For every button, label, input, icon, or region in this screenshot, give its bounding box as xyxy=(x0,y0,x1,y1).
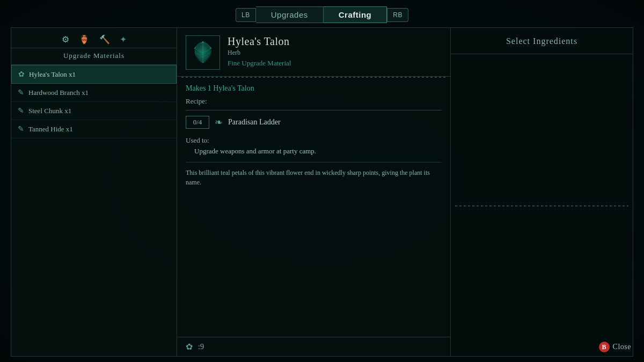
list-item[interactable]: ✎ Steel Chunk x1 xyxy=(11,102,177,120)
recipe-label: Recipe: xyxy=(186,97,442,106)
bottom-bar: ✿ :9 xyxy=(177,337,450,356)
close-button[interactable]: B Close xyxy=(599,342,631,352)
top-nav: LB Upgrades Crafting RB xyxy=(0,0,644,27)
right-dotted-divider xyxy=(455,205,628,206)
close-label: Close xyxy=(613,343,631,351)
quantity-box: 0/4 xyxy=(186,116,209,129)
used-to-text: Upgrade weapons and armor at party camp. xyxy=(186,147,442,156)
list-item-label: Hylea's Talon x1 xyxy=(29,70,76,79)
item-type: Herb xyxy=(228,49,442,57)
list-item-label: Tanned Hide x1 xyxy=(28,125,73,134)
item-list: ✿ Hylea's Talon x1 ✎ Hardwood Branch x1 … xyxy=(11,65,177,356)
close-b-icon: B xyxy=(599,342,610,352)
icon-smith: 🔨 xyxy=(99,34,110,45)
item-header: Hylea's Talon Herb Fine Upgrade Material xyxy=(177,28,450,77)
currency-amount: :9 xyxy=(198,343,204,351)
main-container: LB Upgrades Crafting RB ⚙ 🏺 🔨 ✦ Upgrade … xyxy=(0,0,644,362)
description-text: This brilliant teal petals of this vibra… xyxy=(186,162,442,187)
used-to-section: Used to: Upgrade weapons and armor at pa… xyxy=(186,136,442,156)
middle-panel: Hylea's Talon Herb Fine Upgrade Material… xyxy=(177,27,451,357)
currency-icon: ✿ xyxy=(186,342,193,352)
right-panel-content xyxy=(451,54,633,356)
right-panel-title: Select Ingredients xyxy=(451,28,633,54)
list-item-icon: ✎ xyxy=(18,124,24,134)
right-panel: Select Ingredients xyxy=(451,27,633,357)
ingredient-icon: ❧ xyxy=(215,116,223,128)
item-image-svg xyxy=(188,38,217,67)
list-item-label: Steel Chunk x1 xyxy=(28,107,71,115)
recipe-row: 0/4 ❧ Paradisan Ladder xyxy=(186,116,442,129)
list-item[interactable]: ✎ Hardwood Branch x1 xyxy=(11,84,177,102)
used-to-label: Used to: xyxy=(186,136,442,145)
list-item[interactable]: ✎ Tanned Hide x1 xyxy=(11,120,177,138)
tab-upgrades[interactable]: Upgrades xyxy=(256,6,324,23)
left-panel: ⚙ 🏺 🔨 ✦ Upgrade Materials ✿ Hylea's Talo… xyxy=(11,27,177,357)
lb-button[interactable]: LB xyxy=(236,8,256,22)
icon-craft: 🏺 xyxy=(79,34,90,45)
icon-misc: ✦ xyxy=(120,34,127,45)
makes-text: Makes 1 Hylea's Talon xyxy=(186,84,442,93)
icon-upgrade: ⚙ xyxy=(62,34,69,45)
list-item-icon: ✎ xyxy=(18,106,24,115)
tab-crafting[interactable]: Crafting xyxy=(324,6,387,23)
item-info: Hylea's Talon Herb Fine Upgrade Material xyxy=(228,35,442,68)
item-name: Hylea's Talon xyxy=(228,35,442,48)
list-item-label: Hardwood Branch x1 xyxy=(28,88,89,97)
item-quality: Fine Upgrade Material xyxy=(228,59,442,68)
content-area: ⚙ 🏺 🔨 ✦ Upgrade Materials ✿ Hylea's Talo… xyxy=(0,27,644,362)
item-body: Makes 1 Hylea's Talon Recipe: 0/4 ❧ Para… xyxy=(177,78,450,337)
list-item-icon: ✎ xyxy=(18,88,24,97)
ingredient-name: Paradisan Ladder xyxy=(228,118,281,127)
left-panel-icons: ⚙ 🏺 🔨 ✦ xyxy=(11,28,177,48)
list-item-icon: ✿ xyxy=(18,70,25,79)
left-panel-title: Upgrade Materials xyxy=(11,48,177,65)
recipe-divider xyxy=(186,110,442,110)
list-item[interactable]: ✿ Hylea's Talon x1 xyxy=(11,65,177,84)
item-image xyxy=(186,35,220,70)
rb-button[interactable]: RB xyxy=(387,8,408,22)
